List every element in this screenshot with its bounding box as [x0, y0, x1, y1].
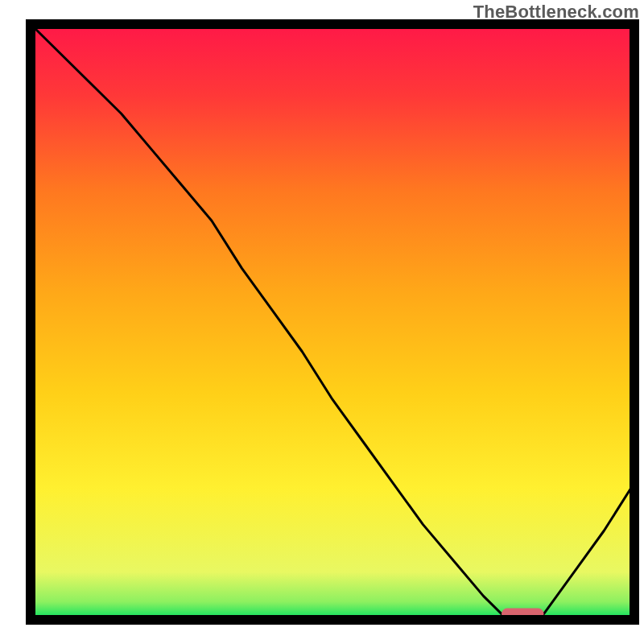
watermark-text: TheBottleneck.com	[473, 2, 639, 23]
chart-container: TheBottleneck.com	[0, 0, 644, 644]
bottleneck-chart	[0, 0, 644, 644]
